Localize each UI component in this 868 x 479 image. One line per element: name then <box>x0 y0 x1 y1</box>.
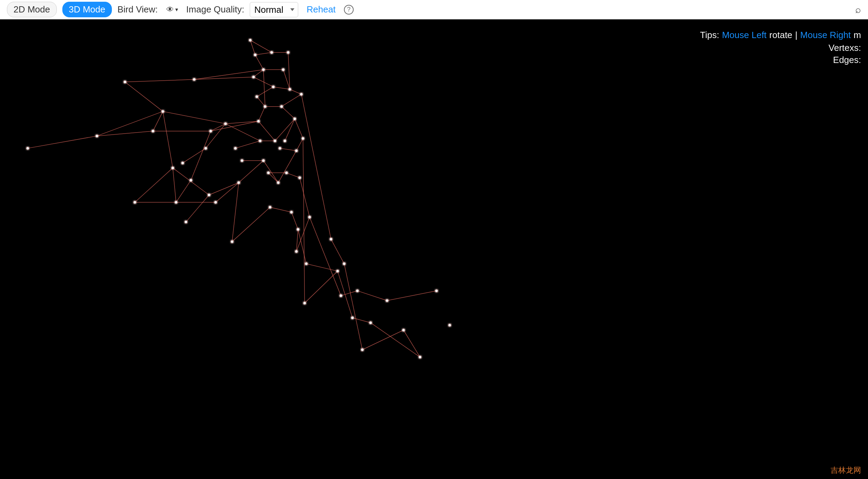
svg-point-127 <box>249 39 251 42</box>
svg-point-135 <box>257 120 260 123</box>
rotate-action-label: rotate <box>769 30 792 40</box>
svg-line-51 <box>273 87 290 89</box>
svg-line-70 <box>303 138 305 303</box>
svg-point-165 <box>285 172 288 174</box>
svg-point-121 <box>234 147 237 150</box>
svg-line-0 <box>28 136 97 148</box>
svg-line-60 <box>288 52 290 89</box>
edges-label: Edges: <box>833 55 861 65</box>
svg-point-103 <box>185 221 187 223</box>
tips-label: Tips: <box>700 30 719 40</box>
svg-point-215 <box>435 290 438 292</box>
svg-point-163 <box>284 140 286 142</box>
svg-line-26 <box>225 124 260 141</box>
svg-line-77 <box>344 264 362 350</box>
svg-line-63 <box>295 119 303 138</box>
svg-point-217 <box>449 324 451 326</box>
svg-line-43 <box>264 70 265 106</box>
mouse-right-label: Mouse Right <box>800 30 851 40</box>
svg-point-139 <box>262 69 265 71</box>
svg-point-189 <box>305 263 308 265</box>
svg-line-80 <box>362 330 404 350</box>
svg-point-115 <box>214 201 217 204</box>
svg-point-207 <box>369 322 372 324</box>
eye-icon: 👁 <box>166 5 174 14</box>
svg-point-157 <box>279 147 281 150</box>
svg-line-13 <box>176 180 191 202</box>
svg-point-95 <box>162 110 164 112</box>
svg-point-183 <box>300 93 302 96</box>
svg-point-159 <box>280 105 283 108</box>
svg-point-179 <box>297 228 299 231</box>
svg-line-10 <box>163 111 225 124</box>
svg-line-69 <box>301 94 331 239</box>
svg-line-36 <box>255 55 264 70</box>
svg-line-73 <box>310 217 341 296</box>
svg-line-58 <box>285 119 295 141</box>
svg-line-76 <box>341 291 357 296</box>
tips-overlay: Tips: Mouse Left rotate | Mouse Right m … <box>693 26 868 70</box>
svg-point-107 <box>193 78 195 81</box>
svg-line-29 <box>236 141 260 148</box>
svg-point-153 <box>274 140 276 142</box>
watermark: 吉林龙网 <box>831 465 861 476</box>
svg-point-169 <box>289 88 291 90</box>
svg-point-117 <box>224 123 227 125</box>
svg-point-91 <box>134 201 136 204</box>
svg-point-213 <box>419 356 421 358</box>
svg-point-199 <box>343 263 345 265</box>
svg-line-4 <box>125 80 194 82</box>
svg-line-78 <box>353 318 371 323</box>
svg-point-197 <box>340 295 342 297</box>
svg-point-195 <box>336 270 339 272</box>
svg-line-74 <box>331 239 344 264</box>
svg-point-177 <box>295 250 298 253</box>
svg-line-35 <box>254 77 273 87</box>
svg-line-56 <box>282 94 301 106</box>
svg-line-82 <box>387 291 436 300</box>
help-icon[interactable]: ? <box>344 5 354 15</box>
svg-line-33 <box>250 40 272 52</box>
svg-point-101 <box>181 162 184 164</box>
svg-point-185 <box>302 137 304 139</box>
svg-line-5 <box>135 168 172 202</box>
svg-line-27 <box>232 183 239 242</box>
svg-point-93 <box>152 130 154 132</box>
svg-point-89 <box>124 81 126 83</box>
svg-point-151 <box>272 85 275 88</box>
reheat-button[interactable]: Reheat <box>304 3 338 16</box>
image-quality-select[interactable]: Normal High Low <box>250 2 298 17</box>
bird-view-label: Bird View: <box>117 4 158 15</box>
svg-line-40 <box>258 107 265 121</box>
svg-line-23 <box>211 121 258 131</box>
svg-point-205 <box>361 349 364 351</box>
svg-point-87 <box>96 135 98 137</box>
search-button[interactable]: ⌕ <box>855 4 861 15</box>
svg-point-203 <box>356 290 358 292</box>
chevron-down-icon: ▾ <box>175 6 178 13</box>
image-quality-label: Image Quality: <box>186 4 245 15</box>
svg-point-119 <box>231 241 233 243</box>
svg-point-191 <box>308 216 311 218</box>
mouse-left-label: Mouse Left <box>722 30 767 40</box>
svg-point-167 <box>287 51 289 54</box>
svg-point-193 <box>330 238 332 241</box>
svg-line-9 <box>163 111 173 168</box>
svg-line-71 <box>305 271 338 303</box>
svg-line-68 <box>300 178 310 217</box>
svg-line-16 <box>186 195 209 222</box>
svg-line-41 <box>258 121 275 141</box>
svg-line-64 <box>296 138 303 151</box>
svg-point-137 <box>259 140 262 142</box>
svg-line-11 <box>173 168 176 202</box>
svg-point-105 <box>190 179 192 181</box>
graph-canvas[interactable]: Tips: Mouse Left rotate | Mouse Right m … <box>0 19 868 479</box>
svg-line-3 <box>125 82 163 111</box>
mode-3d-button[interactable]: 3D Mode <box>62 2 112 17</box>
svg-point-141 <box>262 159 265 162</box>
svg-point-123 <box>238 181 240 184</box>
svg-line-28 <box>232 207 270 242</box>
bird-view-button[interactable]: 👁 ▾ <box>163 4 181 16</box>
svg-line-22 <box>211 124 225 131</box>
mode-2d-button[interactable]: 2D Mode <box>7 2 57 17</box>
